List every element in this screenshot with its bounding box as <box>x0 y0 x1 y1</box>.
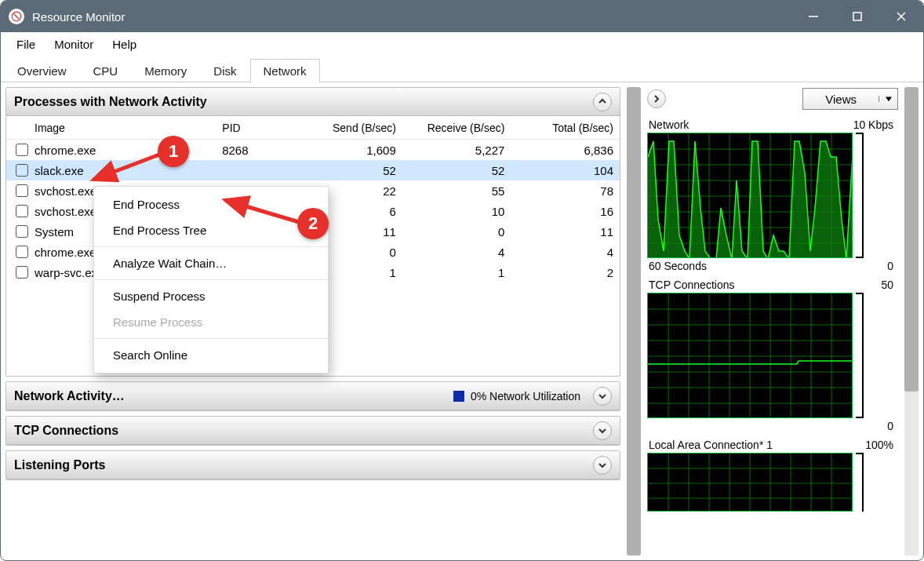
network-utilization: 0% Network Utilization <box>453 390 580 403</box>
close-button[interactable] <box>879 1 923 32</box>
annotation-badge-2: 2 <box>297 208 329 239</box>
ctx-suspend-process[interactable]: Suspend Process <box>94 283 328 309</box>
network-activity-header[interactable]: Network Activity… 0% Network Utilization <box>6 382 620 410</box>
tab-strip: Overview CPU Memory Disk Network <box>1 56 923 82</box>
svg-rect-3 <box>853 13 861 20</box>
listening-title: Listening Ports <box>14 458 593 472</box>
tcp-title: TCP Connections <box>14 424 593 438</box>
lan-graph-canvas <box>647 453 853 512</box>
expand-button[interactable] <box>593 387 612 406</box>
network-activity-panel: Network Activity… 0% Network Utilization <box>5 381 620 411</box>
right-scrollbar[interactable] <box>904 87 919 556</box>
right-pane: Views Network10 Kbps <box>647 87 898 556</box>
column-headers: Image PID Send (B/sec) Receive (B/sec) T… <box>6 116 620 140</box>
tab-overview[interactable]: Overview <box>4 59 80 82</box>
views-button[interactable]: Views <box>802 88 898 110</box>
checkbox[interactable] <box>16 266 28 279</box>
collapse-button[interactable] <box>593 93 612 111</box>
titlebar: Resource Monitor <box>1 1 923 32</box>
svg-line-52 <box>225 200 299 222</box>
tcp-connections-panel: TCP Connections <box>5 416 620 446</box>
maximize-button[interactable] <box>835 1 879 32</box>
ctx-search-online[interactable]: Search Online <box>94 342 328 368</box>
ctx-resume-process: Resume Process <box>94 309 328 335</box>
annotation-badge-1: 1 <box>158 136 189 167</box>
graph-tcp: TCP Connections50 0 <box>647 277 898 434</box>
utilization-swatch-icon <box>453 391 464 402</box>
views-dropdown-icon[interactable] <box>879 96 897 102</box>
content-area: Processes with Network Activity Image PI… <box>1 82 923 560</box>
network-graph-canvas <box>647 133 853 258</box>
menu-help[interactable]: Help <box>103 35 146 54</box>
network-activity-title: Network Activity… <box>14 389 453 403</box>
tab-memory[interactable]: Memory <box>131 59 200 82</box>
col-send[interactable]: Send (B/sec) <box>293 122 402 134</box>
checkbox[interactable] <box>16 184 28 197</box>
processes-title: Processes with Network Activity <box>14 95 593 109</box>
window-controls <box>791 1 923 32</box>
window-title: Resource Monitor <box>32 10 791 24</box>
minimize-button[interactable] <box>791 1 835 32</box>
graph-network: Network10 Kbps 60 Sec <box>647 117 898 274</box>
svg-line-1 <box>14 14 20 20</box>
col-recv[interactable]: Receive (B/sec) <box>402 122 511 134</box>
graph-lan: Local Area Connection* 1100% <box>647 437 898 512</box>
tcp-graph-canvas <box>647 293 853 418</box>
svg-line-51 <box>93 155 159 180</box>
annotation-arrow-2-icon <box>219 195 305 227</box>
expand-button[interactable] <box>593 456 612 475</box>
tcp-header[interactable]: TCP Connections <box>6 417 620 445</box>
tab-network[interactable]: Network <box>250 59 320 82</box>
col-image[interactable]: Image <box>6 122 216 134</box>
ctx-separator <box>94 338 328 339</box>
processes-header[interactable]: Processes with Network Activity <box>6 88 620 116</box>
views-label: Views <box>803 93 879 106</box>
menubar: File Monitor Help <box>1 32 923 56</box>
svg-marker-6 <box>886 97 892 102</box>
expand-button[interactable] <box>593 421 612 440</box>
resource-monitor-window: Resource Monitor File Monitor Help Overv… <box>0 0 924 561</box>
checkbox[interactable] <box>16 225 28 238</box>
ctx-analyze-wait-chain[interactable]: Analyze Wait Chain… <box>94 250 328 276</box>
tab-disk[interactable]: Disk <box>200 59 249 82</box>
ctx-separator <box>94 246 328 247</box>
tab-cpu[interactable]: CPU <box>80 59 132 82</box>
col-pid[interactable]: PID <box>216 122 293 134</box>
right-collapse-button[interactable] <box>647 89 666 108</box>
menu-file[interactable]: File <box>7 35 45 54</box>
checkbox[interactable] <box>16 164 28 177</box>
left-scrollbar[interactable] <box>627 87 641 556</box>
ctx-separator <box>94 279 328 280</box>
listening-ports-panel: Listening Ports <box>5 450 620 480</box>
checkbox[interactable] <box>16 246 28 258</box>
checkbox[interactable] <box>16 205 28 217</box>
menu-monitor[interactable]: Monitor <box>45 35 103 54</box>
annotation-arrow-1-icon <box>87 147 166 186</box>
app-icon <box>9 9 24 24</box>
col-total[interactable]: Total (B/sec) <box>511 122 620 134</box>
checkbox[interactable] <box>16 144 28 156</box>
listening-header[interactable]: Listening Ports <box>6 451 620 479</box>
